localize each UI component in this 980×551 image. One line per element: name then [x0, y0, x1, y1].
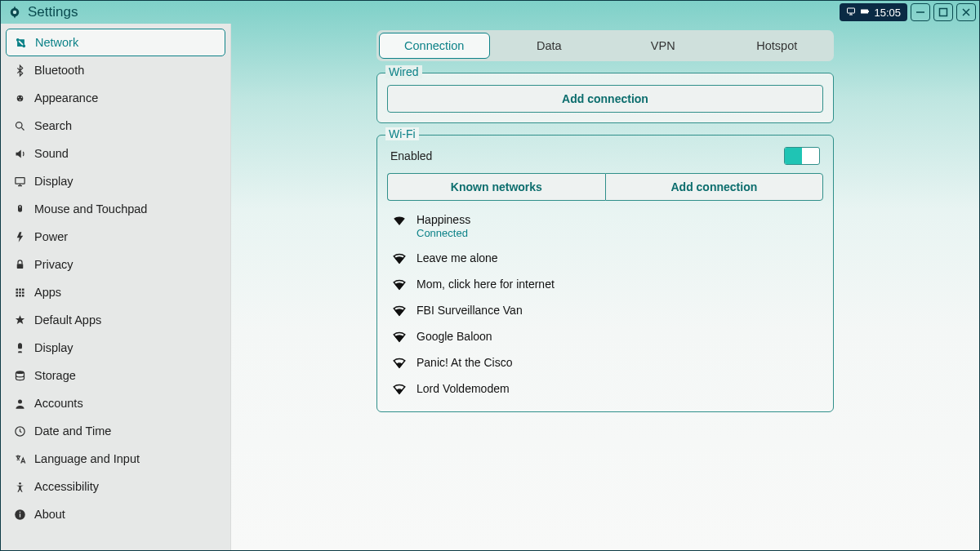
wifi-network-item[interactable]: Happiness Connected	[387, 207, 823, 245]
sidebar-item-label: Date and Time	[34, 424, 111, 438]
sidebar-item-language[interactable]: Language and Input	[6, 445, 225, 473]
svg-rect-17	[16, 288, 19, 291]
wifi-network-item[interactable]: Leave me alone	[387, 245, 823, 271]
svg-rect-23	[16, 295, 19, 297]
tab-label: Data	[537, 39, 562, 52]
sidebar-item-display-2[interactable]: Display	[6, 334, 225, 362]
wifi-ssid: Lord Voldemodem	[416, 382, 510, 395]
app-title: Settings	[28, 4, 78, 20]
wifi-network-item[interactable]: Panic! At the Cisco	[387, 349, 823, 375]
sidebar-item-datetime[interactable]: Date and Time	[6, 417, 225, 445]
sidebar-item-display[interactable]: Display	[6, 167, 225, 195]
close-button[interactable]	[956, 3, 976, 21]
tab-bar: Connection Data VPN Hotspot	[376, 30, 834, 61]
tab-label: VPN	[651, 39, 675, 52]
sidebar-item-accessibility[interactable]: Accessibility	[6, 473, 225, 500]
sidebar-item-label: Storage	[34, 369, 76, 382]
sidebar-item-network[interactable]: Network	[6, 29, 225, 56]
tab-vpn[interactable]: VPN	[608, 33, 718, 59]
wifi-ssid: Happiness	[416, 213, 470, 226]
wifi-ssid: Panic! At the Cisco	[416, 356, 513, 369]
button-label: Known networks	[451, 180, 542, 193]
sidebar-item-label: Mouse and Touchpad	[34, 202, 147, 216]
sidebar: Network Bluetooth Appearance Search Soun…	[1, 24, 231, 551]
button-label: Add connection	[670, 180, 757, 193]
svg-point-7	[23, 45, 25, 47]
known-networks-button[interactable]: Known networks	[387, 173, 605, 201]
sidebar-item-privacy[interactable]: Privacy	[6, 251, 225, 278]
svg-rect-16	[17, 264, 24, 269]
sidebar-item-bluetooth[interactable]: Bluetooth	[6, 56, 225, 84]
svg-rect-20	[16, 291, 19, 294]
wifi-ssid: Mom, click here for internet	[416, 278, 555, 291]
sidebar-item-storage[interactable]: Storage	[6, 362, 225, 389]
svg-point-12	[16, 122, 23, 128]
wifi-signal-icon	[392, 251, 407, 265]
wired-group: Wired Add connection	[376, 73, 834, 123]
svg-rect-4	[868, 11, 869, 12]
sidebar-item-accounts[interactable]: Accounts	[6, 389, 225, 417]
tab-hotspot[interactable]: Hotspot	[723, 33, 832, 59]
wired-legend: Wired	[385, 65, 422, 78]
button-label: Add connection	[562, 92, 648, 105]
svg-rect-31	[20, 513, 20, 517]
sidebar-item-search[interactable]: Search	[6, 112, 225, 140]
sidebar-item-label: Accounts	[34, 397, 83, 410]
wifi-ssid: FBI Surveillance Van	[416, 304, 523, 317]
svg-rect-5	[940, 9, 947, 16]
sidebar-item-label: Display	[34, 175, 74, 188]
sidebar-item-default-apps[interactable]: Default Apps	[6, 306, 225, 334]
svg-rect-32	[20, 511, 20, 512]
svg-point-10	[21, 96, 23, 98]
monitor-icon	[846, 7, 856, 19]
sidebar-item-label: Bluetooth	[34, 64, 84, 77]
wifi-network-item[interactable]: FBI Surveillance Van	[387, 297, 823, 323]
sidebar-item-label: Display	[34, 341, 74, 354]
wifi-network-item[interactable]: Mom, click here for internet	[387, 271, 823, 297]
system-tray[interactable]: 15:05	[840, 3, 907, 21]
sidebar-item-about[interactable]: About	[6, 500, 225, 528]
sidebar-item-label: Network	[35, 36, 78, 49]
wifi-group: Wi-Fi Enabled Known networks Add connect…	[376, 135, 834, 412]
svg-rect-13	[16, 177, 24, 184]
svg-rect-25	[22, 295, 24, 297]
tab-label: Hotspot	[756, 39, 797, 52]
svg-rect-19	[22, 288, 24, 291]
tray-clock: 15:05	[874, 7, 901, 19]
svg-point-26	[16, 371, 24, 374]
sidebar-item-label: Accessibility	[34, 480, 99, 493]
svg-point-9	[18, 96, 20, 98]
svg-rect-15	[20, 206, 20, 208]
app-logo-icon	[7, 5, 22, 20]
svg-point-6	[17, 38, 20, 41]
sidebar-item-power[interactable]: Power	[6, 223, 225, 251]
sidebar-item-label: About	[34, 508, 65, 521]
wifi-signal-icon	[392, 213, 407, 228]
wifi-signal-icon	[392, 381, 407, 396]
wifi-network-item[interactable]: Lord Voldemodem	[387, 375, 823, 402]
svg-point-1	[13, 11, 17, 15]
wifi-ssid: Leave me alone	[416, 251, 498, 264]
wifi-add-connection-button[interactable]: Add connection	[605, 173, 823, 201]
minimize-button[interactable]	[911, 3, 930, 21]
tab-connection[interactable]: Connection	[379, 33, 490, 59]
sidebar-item-mouse[interactable]: Mouse and Touchpad	[6, 195, 225, 223]
titlebar: Settings 15:05	[1, 1, 979, 24]
wifi-legend: Wi-Fi	[385, 127, 419, 140]
sidebar-item-label: Default Apps	[34, 313, 101, 327]
svg-point-11	[20, 99, 21, 100]
wired-add-connection-button[interactable]: Add connection	[387, 85, 823, 113]
wifi-ssid: Google Baloon	[416, 330, 492, 343]
sidebar-item-sound[interactable]: Sound	[6, 140, 225, 167]
wifi-toggle[interactable]	[784, 147, 820, 165]
sidebar-item-appearance[interactable]: Appearance	[6, 84, 225, 112]
tab-data[interactable]: Data	[495, 33, 604, 59]
tab-label: Connection	[404, 39, 464, 52]
sidebar-item-apps[interactable]: Apps	[6, 278, 225, 306]
wifi-network-item[interactable]: Google Baloon	[387, 323, 823, 349]
content-pane: Connection Data VPN Hotspot Wired Add co…	[231, 24, 979, 551]
maximize-button[interactable]	[933, 3, 953, 21]
wifi-enabled-label: Enabled	[390, 149, 432, 162]
sidebar-item-label: Search	[34, 119, 72, 132]
sidebar-item-label: Sound	[34, 147, 69, 160]
